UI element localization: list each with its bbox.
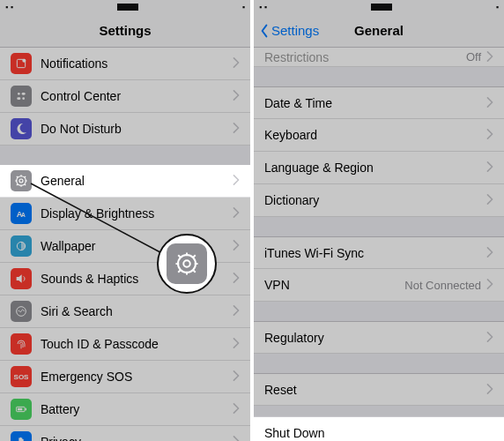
svg-point-7 (17, 176, 26, 186)
cell-label: Notifications (41, 56, 233, 71)
page-title: Settings (99, 23, 151, 38)
chevron-right-icon (486, 127, 493, 143)
battery-icon (11, 399, 32, 420)
cell-label: Do Not Disturb (41, 122, 233, 136)
cell-label: Privacy (41, 435, 233, 441)
svg-text:A: A (21, 212, 26, 218)
cell-regulatory[interactable]: Regulatory (254, 321, 504, 354)
chevron-right-icon (486, 49, 493, 65)
status-bar: ▪ ▪▪ (0, 0, 250, 14)
svg-point-2 (18, 93, 20, 95)
chevron-right-icon (486, 277, 493, 293)
chevron-right-icon (233, 121, 240, 137)
chevron-right-icon (486, 95, 493, 111)
cell-privacy[interactable]: Privacy (0, 426, 250, 441)
svg-point-6 (19, 179, 23, 183)
cell-itunes-wifi-sync[interactable]: iTunes Wi-Fi Sync (254, 236, 504, 269)
gear-icon (11, 170, 32, 191)
chevron-right-icon (486, 330, 493, 346)
cell-label: iTunes Wi-Fi Sync (264, 246, 486, 260)
cell-label: Shut Down (264, 426, 493, 440)
status-bar: ▪ ▪▪ (254, 0, 504, 14)
moon-icon (11, 118, 32, 139)
cell-touch-id-passcode[interactable]: Touch ID & Passcode (0, 328, 250, 361)
cell-restrictions[interactable]: RestrictionsOff (254, 48, 504, 67)
cell-label: Battery (41, 402, 233, 416)
cell-label: Date & Time (264, 96, 486, 110)
cell-label: Restrictions (264, 50, 466, 64)
chevron-right-icon (486, 382, 493, 398)
chevron-right-icon (233, 336, 240, 352)
chevron-right-icon (486, 245, 493, 261)
sound-icon (11, 268, 32, 289)
cell-dictionary[interactable]: Dictionary (254, 184, 504, 217)
cell-notifications[interactable]: Notifications (0, 48, 250, 80)
cell-value: Off (466, 50, 481, 64)
chevron-right-icon (233, 88, 240, 104)
screenshot-right: ▪ ▪▪ Settings General RestrictionsOffDat… (254, 0, 504, 441)
cell-keyboard[interactable]: Keyboard (254, 119, 504, 152)
cell-label: Display & Brightness (41, 206, 233, 220)
cell-vpn[interactable]: VPNNot Connected (254, 269, 504, 302)
chevron-right-icon (233, 206, 240, 221)
cell-label: Keyboard (264, 128, 486, 142)
cell-display-brightness[interactable]: AADisplay & Brightness (0, 198, 250, 230)
cell-emergency-sos[interactable]: SOSEmergency SOS (0, 361, 250, 393)
gear-icon (167, 243, 207, 284)
page-title: General (354, 23, 404, 38)
cell-general[interactable]: General (0, 165, 250, 198)
cell-label: VPN (264, 278, 404, 292)
cell-reset[interactable]: Reset (254, 373, 504, 406)
svg-rect-13 (26, 408, 26, 411)
cell-language-region[interactable]: Language & Region (254, 152, 504, 184)
cell-date-time[interactable]: Date & Time (254, 86, 504, 119)
navbar: Settings General (254, 14, 504, 48)
callout-bubble (157, 234, 217, 294)
cell-label: Language & Region (264, 161, 486, 175)
cell-label: Reset (264, 383, 486, 397)
chevron-right-icon (486, 160, 493, 176)
svg-rect-3 (22, 93, 26, 95)
cell-siri-search[interactable]: Siri & Search (0, 295, 250, 328)
sos-icon: SOS (11, 366, 32, 387)
wallpaper-icon (11, 235, 32, 257)
svg-rect-4 (17, 97, 20, 100)
chevron-right-icon (233, 369, 240, 385)
cell-label: Siri & Search (41, 304, 233, 318)
cell-do-not-disturb[interactable]: Do Not Disturb (0, 113, 250, 146)
cell-shut-down[interactable]: Shut Down (254, 416, 504, 441)
cell-label: Control Center (41, 89, 233, 103)
chevron-right-icon (233, 238, 240, 254)
svg-point-16 (183, 260, 190, 267)
chevron-right-icon (233, 303, 240, 319)
cell-label: Regulatory (264, 331, 486, 345)
svg-point-5 (22, 97, 25, 100)
cell-value: Not Connected (404, 279, 481, 292)
chevron-right-icon (233, 271, 240, 287)
chevron-right-icon (233, 434, 240, 441)
notifications-icon (11, 53, 32, 74)
cell-label: Touch ID & Passcode (41, 337, 233, 351)
svg-point-1 (22, 59, 26, 63)
siri-icon (11, 301, 32, 322)
settings-list: NotificationsControl CenterDo Not Distur… (0, 48, 250, 441)
chevron-right-icon (233, 173, 240, 189)
control-center-icon (11, 86, 32, 107)
screenshot-left: ▪ ▪▪ Settings NotificationsControl Cente… (0, 0, 250, 441)
navbar: Settings (0, 14, 250, 48)
cell-label: General (41, 174, 233, 188)
cell-label: Dictionary (264, 193, 486, 207)
back-button[interactable]: Settings (259, 23, 319, 38)
general-list: RestrictionsOffDate & TimeKeyboardLangua… (254, 48, 504, 441)
chevron-right-icon (233, 401, 240, 417)
svg-rect-14 (18, 408, 22, 411)
chevron-right-icon (486, 192, 493, 208)
cell-label: Emergency SOS (41, 370, 233, 384)
svg-point-17 (178, 255, 196, 273)
chevron-left-icon (259, 24, 270, 38)
hand-icon (11, 431, 32, 441)
fingerprint-icon (11, 333, 32, 355)
cell-battery[interactable]: Battery (0, 393, 250, 426)
cell-control-center[interactable]: Control Center (0, 80, 250, 113)
display-icon: AA (11, 203, 32, 224)
